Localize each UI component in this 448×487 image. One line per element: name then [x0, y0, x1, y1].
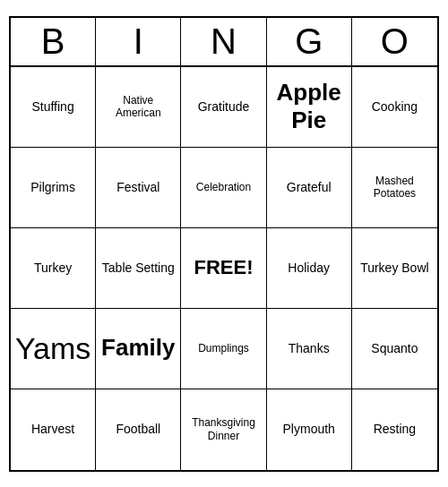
- bingo-cell: Stuffing: [11, 67, 96, 148]
- bingo-cell: Resting: [352, 389, 437, 470]
- bingo-cell: Thanks: [267, 309, 352, 389]
- bingo-header: BINGO: [11, 18, 437, 67]
- bingo-cell: Celebration: [181, 148, 266, 228]
- bingo-cell: Harvest: [11, 389, 96, 470]
- bingo-cell: Cooking: [352, 67, 437, 148]
- bingo-cell: Football: [96, 389, 181, 470]
- bingo-cell: Apple Pie: [267, 67, 352, 148]
- header-letter: I: [96, 18, 181, 65]
- bingo-cell: Thanksgiving Dinner: [181, 389, 266, 470]
- bingo-cell: FREE!: [181, 228, 266, 309]
- bingo-grid: StuffingNative AmericanGratitudeApple Pi…: [11, 67, 437, 470]
- bingo-cell: Holiday: [267, 228, 352, 309]
- bingo-cell: Table Setting: [96, 228, 181, 309]
- bingo-cell: Yams: [11, 309, 96, 389]
- bingo-cell: Dumplings: [181, 309, 266, 389]
- bingo-cell: Pilgrims: [11, 148, 96, 228]
- bingo-cell: Native American: [96, 67, 181, 148]
- bingo-cell: Family: [96, 309, 181, 389]
- bingo-cell: Festival: [96, 148, 181, 228]
- bingo-cell: Squanto: [352, 309, 437, 389]
- bingo-cell: Gratitude: [181, 67, 266, 148]
- bingo-cell: Mashed Potatoes: [352, 148, 437, 228]
- header-letter: G: [267, 18, 352, 65]
- bingo-cell: Grateful: [267, 148, 352, 228]
- bingo-cell: Plymouth: [267, 389, 352, 470]
- header-letter: B: [11, 18, 96, 65]
- bingo-cell: Turkey Bowl: [352, 228, 437, 309]
- header-letter: N: [181, 18, 266, 65]
- header-letter: O: [352, 18, 437, 65]
- bingo-cell: Turkey: [11, 228, 96, 309]
- bingo-card: BINGO StuffingNative AmericanGratitudeAp…: [9, 16, 439, 472]
